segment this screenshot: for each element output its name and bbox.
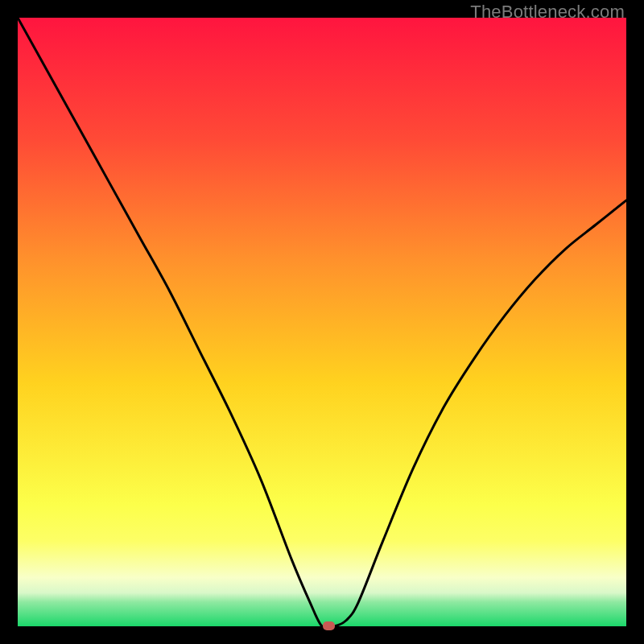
- chart-frame: TheBottleneck.com: [0, 0, 644, 644]
- minimum-marker-icon: [323, 621, 335, 630]
- bottleneck-curve: [18, 18, 626, 626]
- plot-area: [18, 18, 626, 626]
